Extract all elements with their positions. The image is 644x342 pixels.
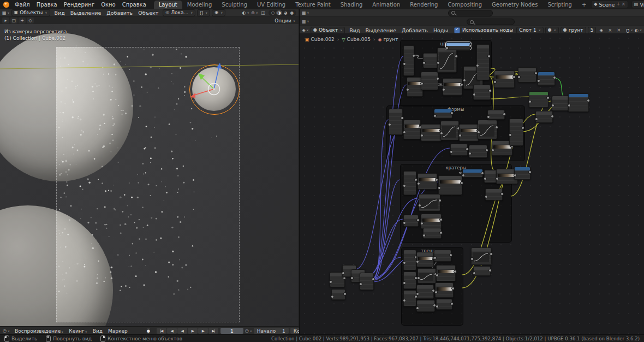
output-socket[interactable] — [412, 54, 415, 57]
menu-item[interactable]: Правка — [33, 2, 61, 8]
shader-node[interactable] — [469, 145, 487, 158]
shader-node[interactable] — [476, 44, 490, 80]
frame-start-field[interactable]: Начало 1 — [254, 328, 289, 334]
transform-tool-icon[interactable]: ◇ — [27, 17, 34, 23]
input-socket[interactable] — [551, 104, 554, 107]
shader-node[interactable] — [450, 144, 468, 156]
input-socket[interactable] — [473, 272, 476, 275]
shader-node[interactable] — [485, 188, 503, 201]
input-socket[interactable] — [416, 260, 419, 263]
input-socket[interactable] — [437, 61, 440, 64]
input-socket[interactable] — [422, 234, 426, 237]
input-socket[interactable] — [484, 177, 487, 180]
input-socket[interactable] — [436, 305, 439, 308]
timeline-editor-type-button[interactable]: ◷ ∨ — [3, 328, 10, 334]
editor-type-button[interactable]: ▦ ∨ — [302, 19, 309, 25]
editor-type-button[interactable]: ▦ ∨ — [302, 10, 309, 16]
shader-node[interactable] — [487, 110, 505, 120]
shader-node[interactable] — [518, 67, 536, 82]
shader-node[interactable] — [438, 175, 462, 195]
editor-type-button[interactable]: ▦ ∨ — [2, 10, 10, 16]
input-socket[interactable] — [417, 276, 420, 280]
workspace-tab[interactable]: Layout — [154, 1, 182, 9]
workspace-tab[interactable]: Scripting — [542, 1, 576, 9]
shader-node[interactable] — [462, 169, 483, 178]
asteroid-large[interactable] — [0, 33, 133, 181]
input-socket[interactable] — [403, 62, 406, 66]
input-socket[interactable] — [514, 174, 517, 177]
material-name-field[interactable]: ● грунт — [560, 27, 586, 34]
workspace-tab[interactable]: Shading — [336, 1, 368, 9]
proportional-edit-toggle[interactable]: ◉ ∨ — [212, 9, 225, 16]
output-socket[interactable] — [512, 75, 516, 79]
material-browse-button[interactable]: ● ∨ — [545, 27, 559, 34]
output-socket[interactable] — [450, 302, 454, 305]
input-socket[interactable] — [463, 79, 466, 82]
output-socket[interactable] — [436, 77, 439, 80]
input-socket[interactable] — [359, 282, 362, 286]
input-socket[interactable] — [568, 104, 571, 107]
input-socket[interactable] — [487, 115, 490, 119]
shader-node[interactable] — [331, 289, 345, 300]
auto-key-button[interactable]: ● — [147, 328, 150, 334]
output-socket[interactable] — [460, 83, 463, 86]
tweak-tool-icon[interactable]: ▸ — [2, 17, 9, 23]
shader-node[interactable] — [437, 48, 457, 73]
menu-item[interactable]: Вид — [52, 10, 68, 16]
shader-node[interactable] — [473, 85, 491, 100]
shader-node[interactable] — [403, 250, 416, 270]
shader-node[interactable] — [473, 266, 491, 276]
workspace-tab[interactable]: UV Editing — [252, 1, 290, 9]
shader-node[interactable] — [443, 78, 462, 96]
options-dropdown[interactable]: Опции ∨ — [275, 18, 296, 23]
input-socket[interactable] — [473, 93, 476, 96]
solid-shading-icon[interactable]: ◑ — [276, 10, 282, 15]
output-socket[interactable] — [455, 55, 458, 58]
breadcrumb-item[interactable]: ◉грунт — [378, 37, 398, 42]
shader-node[interactable] — [478, 120, 497, 139]
output-socket[interactable] — [449, 253, 452, 257]
input-socket[interactable] — [458, 134, 462, 137]
input-socket[interactable] — [438, 186, 441, 190]
output-socket[interactable] — [454, 270, 457, 273]
menu-item[interactable]: Справка — [119, 2, 150, 8]
play-button[interactable]: ▶ — [188, 328, 198, 334]
search-input[interactable] — [467, 19, 515, 25]
shader-node[interactable] — [529, 91, 548, 108]
output-socket[interactable] — [553, 76, 556, 79]
output-socket[interactable] — [495, 126, 498, 129]
menu-item[interactable]: Маркер — [105, 328, 130, 334]
input-socket[interactable] — [403, 281, 406, 285]
input-socket[interactable] — [450, 150, 453, 154]
mode-select[interactable]: ▣ Объекты ∨ — [11, 9, 50, 16]
input-socket[interactable] — [420, 134, 424, 137]
shader-node[interactable] — [446, 42, 471, 50]
shader-type-select[interactable]: ● Объект ∨ — [311, 27, 345, 34]
output-socket[interactable] — [435, 178, 438, 181]
input-socket[interactable] — [528, 100, 532, 103]
jump-end-button[interactable]: ▶| — [208, 328, 218, 334]
menu-item[interactable]: Добавить — [104, 10, 135, 16]
output-socket[interactable] — [460, 181, 463, 185]
input-socket[interactable] — [535, 117, 538, 121]
next-keyframe-button[interactable]: ▶ — [198, 328, 208, 334]
shader-node[interactable] — [416, 252, 434, 267]
asteroid-bottom[interactable] — [0, 205, 113, 327]
input-socket[interactable] — [468, 152, 472, 155]
shader-node[interactable] — [416, 285, 434, 299]
shader-node[interactable] — [403, 290, 416, 306]
shader-node[interactable] — [552, 96, 570, 111]
breadcrumb-item[interactable]: ▽Cube.005 — [342, 37, 370, 42]
cursor-tool-icon[interactable]: + — [19, 17, 26, 23]
node-canvas[interactable]: ▣Cube.002›▽Cube.005›◉грунт цветформыкрат… — [300, 33, 644, 335]
input-socket[interactable] — [420, 82, 424, 85]
input-socket[interactable] — [417, 182, 420, 185]
input-socket[interactable] — [433, 256, 437, 260]
menu-item[interactable]: Вид — [347, 27, 362, 33]
shader-node[interactable] — [418, 268, 436, 284]
menu-item[interactable]: Добавить — [399, 27, 431, 33]
input-socket[interactable] — [442, 88, 445, 91]
input-socket[interactable] — [342, 272, 345, 275]
shader-editor-icon[interactable]: ◈ ∨ — [302, 27, 309, 33]
workspace-tab[interactable]: Compositing — [443, 1, 487, 9]
